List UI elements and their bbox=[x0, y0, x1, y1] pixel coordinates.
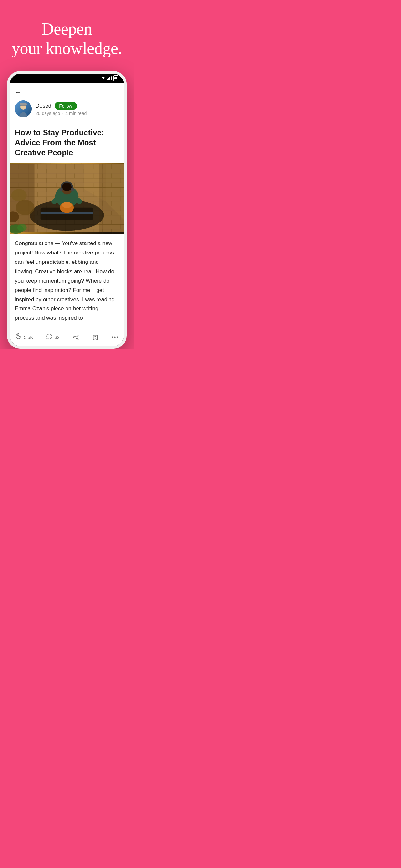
phone-mockup: ▼ ← bbox=[7, 71, 127, 349]
share-action[interactable] bbox=[73, 334, 79, 341]
bookmark-action[interactable] bbox=[92, 334, 98, 341]
status-icons: ▼ bbox=[101, 75, 118, 81]
back-arrow-icon: ← bbox=[15, 89, 21, 96]
author-meta: 20 days ago · 4 min read bbox=[35, 111, 87, 116]
comment-icon bbox=[46, 333, 53, 341]
claps-count: 5.5K bbox=[24, 335, 33, 340]
article-header: ← bbox=[10, 83, 124, 126]
bookmark-icon bbox=[92, 334, 98, 341]
battery-icon bbox=[113, 75, 118, 81]
author-row: Dosed Follow 20 days ago · 4 min read bbox=[15, 100, 119, 117]
author-name-row: Dosed Follow bbox=[35, 102, 87, 110]
read-time: 4 min read bbox=[65, 111, 87, 116]
status-bar: ▼ bbox=[10, 73, 124, 83]
article-image bbox=[10, 163, 124, 234]
time-ago: 20 days ago bbox=[35, 111, 60, 116]
svg-point-35 bbox=[73, 337, 75, 338]
hero-title: Deepen your knowledge. bbox=[10, 20, 124, 58]
article-title: How to Stay Productive: Advice From the … bbox=[10, 126, 124, 158]
svg-rect-3 bbox=[20, 103, 27, 105]
author-name: Dosed bbox=[35, 103, 51, 109]
back-button[interactable]: ← bbox=[15, 89, 21, 96]
svg-point-29 bbox=[11, 189, 27, 201]
svg-line-37 bbox=[74, 336, 77, 337]
svg-line-38 bbox=[74, 338, 77, 339]
more-action[interactable] bbox=[112, 335, 119, 340]
svg-point-36 bbox=[77, 338, 79, 340]
article-screen: ← bbox=[10, 83, 124, 346]
svg-point-34 bbox=[77, 335, 79, 337]
hero-section: Deepen your knowledge. bbox=[0, 0, 134, 71]
svg-point-22 bbox=[62, 202, 72, 208]
article-body: Congratulations — You've started a new p… bbox=[10, 239, 124, 323]
article-footer: 5.5K 32 bbox=[10, 328, 124, 346]
svg-point-33 bbox=[18, 224, 27, 231]
wifi-icon: ▼ bbox=[101, 75, 105, 81]
author-avatar[interactable] bbox=[15, 100, 32, 117]
svg-point-30 bbox=[16, 200, 34, 215]
svg-rect-24 bbox=[71, 188, 73, 191]
more-icon bbox=[112, 335, 119, 340]
phone-screen: ▼ ← bbox=[10, 73, 124, 346]
claps-action[interactable]: 5.5K bbox=[15, 333, 33, 342]
meta-separator: · bbox=[62, 111, 63, 116]
share-icon bbox=[73, 334, 79, 341]
svg-rect-23 bbox=[60, 188, 63, 191]
signal-icon bbox=[107, 76, 112, 80]
clap-icon bbox=[15, 333, 22, 342]
author-info: Dosed Follow 20 days ago · 4 min read bbox=[35, 102, 87, 116]
svg-rect-28 bbox=[99, 164, 124, 232]
follow-button[interactable]: Follow bbox=[55, 102, 76, 110]
comments-count: 32 bbox=[55, 335, 60, 340]
comments-action[interactable]: 32 bbox=[46, 333, 60, 341]
